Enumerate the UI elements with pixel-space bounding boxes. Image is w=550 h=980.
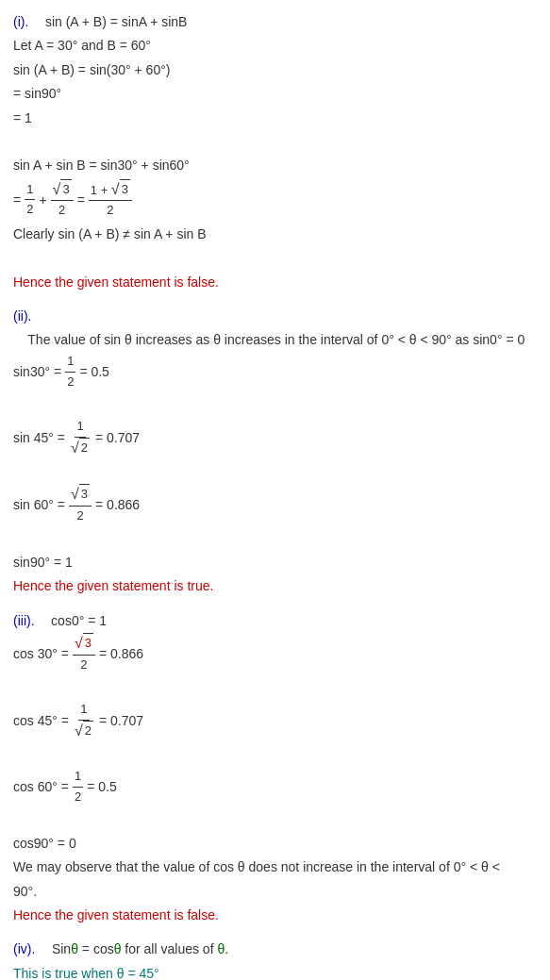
fraction-sqrt3-2: √3 2 — [69, 484, 92, 525]
section-i-line7: Clearly sin (A + B) ≠ sin A + sin B — [13, 224, 537, 244]
section-iii-header: (iii). cos0° = 1 — [13, 610, 537, 631]
section-iv-statement: Sinθ = cosθ for all values of θ. — [37, 938, 228, 959]
label-iii: (iii). — [13, 610, 35, 631]
sin45-line: sin 45° = 1 √2 = 0.707 — [13, 417, 537, 458]
cos60-text: cos 60° = — [13, 776, 69, 797]
section-ii: (ii). The value of sin θ increases as θ … — [13, 306, 537, 596]
sin45-decimal: = 0.707 — [95, 427, 140, 448]
section-i-header: (i). sin (A + B) = sinA + sinB — [13, 11, 537, 32]
sin30-text: sin30° = — [13, 361, 61, 382]
cos30-frac: √3 2 — [73, 633, 95, 674]
section-i-line2: sin (A + B) = sin(30° + 60°) — [13, 59, 537, 80]
sin60-text: sin 60° = — [13, 494, 65, 515]
sin60-line: sin 60° = √3 2 = 0.866 — [13, 484, 537, 525]
cos60-decimal: = 0.5 — [87, 776, 117, 797]
fraction-sqrt3-over-2: √3 2 — [51, 179, 74, 221]
sin30-line: sin30° = 1 2 = 0.5 — [13, 352, 537, 392]
section-i-fraction-line: = 1 2 + √3 2 = 1 + √3 2 — [13, 179, 537, 221]
plus-sign: + — [39, 190, 46, 210]
section-i-line5: sin A + sin B = sin30° + sin60° — [13, 155, 537, 175]
fraction-half: 1 2 — [25, 180, 35, 221]
fraction-1-sqrt2: 1 √2 — [69, 417, 92, 458]
section-ii-statement: The value of sin θ increases as θ increa… — [13, 329, 525, 350]
section-ii-conclusion: Hence the given statement is true. — [13, 575, 537, 596]
section-iv-line1: This is true when θ = 45° — [13, 963, 537, 980]
cos30-text: cos 30° = — [13, 643, 69, 664]
fraction-1-2: 1 2 — [65, 352, 75, 392]
cos30-decimal: = 0.866 — [99, 643, 143, 664]
equals-sign2: = — [77, 190, 85, 210]
label-ii: (ii). — [13, 306, 31, 326]
section-iv-header: (iv). Sinθ = cosθ for all values of θ. — [13, 938, 537, 959]
equals-sign: = — [13, 190, 21, 210]
section-ii-header: (ii). The value of sin θ increases as θ … — [13, 306, 537, 350]
cos45-frac: 1 √2 — [73, 700, 95, 741]
fraction-1-plus-sqrt3: 1 + √3 2 — [89, 179, 132, 221]
cos45-text: cos 45° = — [13, 710, 69, 731]
label-iv: (iv). — [13, 938, 35, 959]
sin60-decimal: = 0.866 — [95, 494, 140, 515]
cos45-line: cos 45° = 1 √2 = 0.707 — [13, 700, 537, 741]
cos30-line: cos 30° = √3 2 = 0.866 — [13, 633, 537, 674]
section-iii-obs2: 90°. — [13, 881, 537, 902]
section-iv: (iv). Sinθ = cosθ for all values of θ. T… — [13, 938, 537, 980]
section-i: (i). sin (A + B) = sinA + sinB Let A = 3… — [13, 11, 537, 292]
cos60-line: cos 60° = 1 2 = 0.5 — [13, 767, 537, 807]
cos90-line: cos90° = 0 — [13, 833, 537, 854]
section-iii-statement: cos0° = 1 — [37, 610, 107, 631]
sin90-line: sin90° = 1 — [13, 552, 537, 573]
cos60-frac: 1 2 — [73, 767, 83, 807]
section-i-conclusion: Hence the given statement is false. — [13, 272, 537, 292]
cos45-decimal: = 0.707 — [99, 710, 143, 731]
section-iii-obs: We may observe that the value of cos θ d… — [13, 856, 537, 877]
sin45-text: sin 45° = — [13, 427, 65, 448]
label-i: (i). — [13, 11, 28, 32]
section-iii: (iii). cos0° = 1 cos 30° = √3 2 = 0.866 … — [13, 610, 537, 926]
section-i-line3: = sin90° — [13, 83, 537, 104]
section-iii-conclusion: Hence the given statement is false. — [13, 905, 537, 925]
section-i-line4: = 1 — [13, 108, 537, 128]
section-i-statement: sin (A + B) = sinA + sinB — [30, 11, 187, 32]
section-i-line1: Let A = 30° and B = 60° — [13, 35, 537, 56]
sin30-decimal: = 0.5 — [79, 361, 109, 382]
